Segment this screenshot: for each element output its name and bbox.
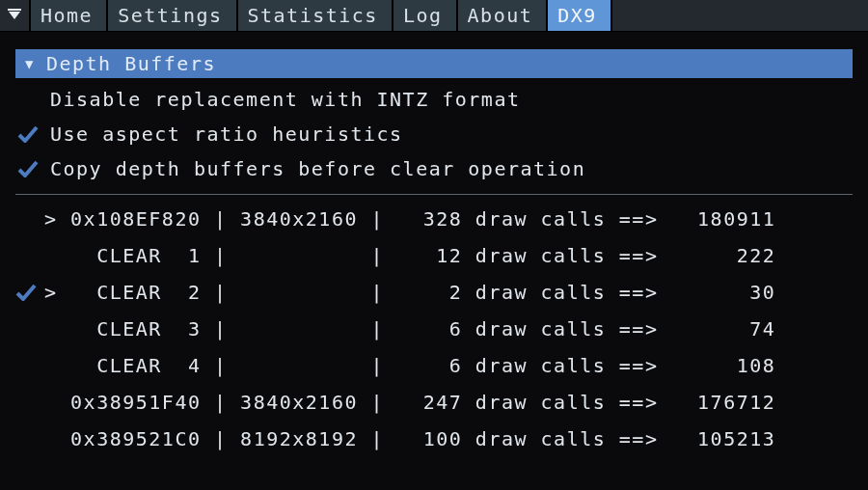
chevron-down-icon: ▼	[25, 56, 35, 71]
option-row[interactable]: Copy depth buffers before clear operatio…	[15, 151, 853, 186]
option-row[interactable]: Use aspect ratio heuristics	[15, 117, 853, 151]
table-row[interactable]: CLEAR 3 | | 6 draw calls ==> 74	[15, 311, 853, 347]
table-row[interactable]: > CLEAR 2 | | 2 draw calls ==> 30	[15, 274, 853, 311]
row-text: CLEAR 4 | | 6 draw calls ==> 108	[44, 354, 775, 377]
tabs-host: HomeSettingsStatisticsLogAboutDX9	[29, 0, 612, 31]
table-row[interactable]: 0x389521C0 | 8192x8192 | 100 draw calls …	[15, 421, 853, 457]
row-text: 0x389521C0 | 8192x8192 | 100 draw calls …	[44, 427, 775, 450]
option-label: Copy depth buffers before clear operatio…	[50, 157, 585, 180]
checkbox-icon[interactable]	[17, 160, 50, 177]
svg-rect-1	[8, 9, 21, 11]
tab-statistics[interactable]: Statistics	[238, 0, 393, 31]
menu-trigger-icon[interactable]	[0, 0, 29, 31]
row-text: > 0x108EF820 | 3840x2160 | 328 draw call…	[44, 207, 775, 231]
option-row[interactable]: Disable replacement with INTZ format	[15, 82, 853, 117]
tab-log[interactable]: Log	[393, 0, 458, 31]
checkbox-icon[interactable]	[15, 210, 44, 228]
checkbox-icon[interactable]	[15, 320, 44, 338]
tab-bar: HomeSettingsStatisticsLogAboutDX9	[0, 0, 868, 32]
checkbox-icon[interactable]	[15, 394, 44, 411]
checkbox-icon[interactable]	[17, 125, 50, 143]
tab-about[interactable]: About	[458, 0, 549, 31]
row-text: 0x38951F40 | 3840x2160 | 247 draw calls …	[44, 391, 775, 414]
option-label: Use aspect ratio heuristics	[50, 122, 403, 146]
tab-home[interactable]: Home	[29, 0, 108, 31]
options-host: Disable replacement with INTZ formatUse …	[15, 82, 853, 186]
checkbox-icon[interactable]	[15, 247, 44, 264]
row-text: CLEAR 3 | | 6 draw calls ==> 74	[44, 317, 775, 340]
table-row[interactable]: 0x38951F40 | 3840x2160 | 247 draw calls …	[15, 384, 853, 421]
table-row[interactable]: CLEAR 4 | | 6 draw calls ==> 108	[15, 347, 853, 384]
section-title: Depth Buffers	[46, 52, 216, 75]
tab-settings[interactable]: Settings	[108, 0, 237, 31]
checkbox-icon[interactable]	[15, 284, 44, 301]
table-row[interactable]: CLEAR 1 | | 12 draw calls ==> 222	[15, 237, 853, 274]
tab-dx9[interactable]: DX9	[548, 0, 612, 31]
checkbox-icon[interactable]	[15, 430, 44, 448]
row-text: > CLEAR 2 | | 2 draw calls ==> 30	[44, 281, 775, 304]
section-header-depth-buffers[interactable]: ▼ Depth Buffers	[15, 49, 853, 78]
buffers-table: > 0x108EF820 | 3840x2160 | 328 draw call…	[15, 201, 853, 457]
table-row[interactable]: > 0x108EF820 | 3840x2160 | 328 draw call…	[15, 201, 853, 237]
depth-buffers-panel: ▼ Depth Buffers Disable replacement with…	[15, 49, 853, 457]
row-text: CLEAR 1 | | 12 draw calls ==> 222	[44, 244, 775, 267]
option-label: Disable replacement with INTZ format	[50, 88, 520, 111]
separator	[15, 194, 853, 195]
checkbox-icon[interactable]	[17, 91, 50, 108]
svg-marker-0	[9, 12, 20, 19]
checkbox-icon[interactable]	[15, 357, 44, 374]
